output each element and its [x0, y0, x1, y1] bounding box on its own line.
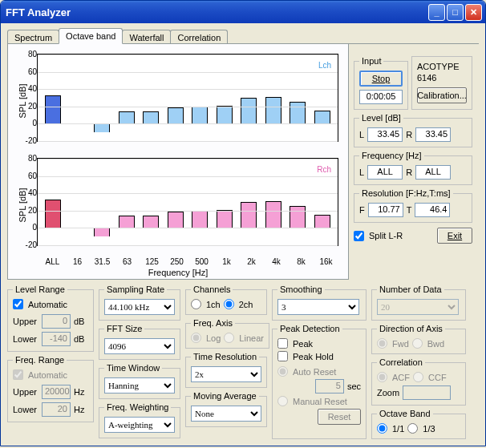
- tab-octave-band[interactable]: Octave band: [59, 28, 123, 44]
- bar: [290, 102, 306, 123]
- log-radio: Log: [191, 333, 221, 343]
- bar: [94, 228, 110, 236]
- minimize-button[interactable]: _: [428, 4, 445, 21]
- acf-radio: ACF: [377, 372, 410, 382]
- peakhold-checkbox[interactable]: Peak Hold: [277, 351, 361, 361]
- bar: [192, 107, 208, 124]
- bar: [143, 111, 159, 123]
- numdata-select: 20: [377, 299, 459, 315]
- bar: [119, 216, 135, 228]
- bar: [314, 111, 330, 123]
- chart-panel: SPL [dB] -20020406080 Lch SPL [dB] -2002…: [7, 43, 349, 280]
- fft-select[interactable]: 4096: [104, 338, 175, 354]
- mavg-select[interactable]: None: [191, 406, 261, 422]
- weighting-select[interactable]: A-weighting: [104, 417, 175, 433]
- linear-radio: Linear: [224, 333, 264, 343]
- bar: [94, 123, 110, 132]
- tab-bar: Spectrum Octave band Waterfall Correlati…: [7, 28, 479, 44]
- bar: [314, 215, 330, 228]
- bar: [241, 202, 257, 228]
- level-r: 33.45: [415, 127, 451, 142]
- tab-spectrum[interactable]: Spectrum: [7, 30, 59, 44]
- freq-l: ALL: [367, 165, 403, 180]
- bar: [265, 201, 281, 228]
- res-t: 46.4: [415, 203, 450, 217]
- bar: [168, 212, 184, 228]
- chart-plot-r: Rch: [37, 158, 338, 246]
- chart-series-r: Rch: [317, 165, 331, 174]
- octave-1-3-radio[interactable]: 1/3: [407, 423, 435, 434]
- window-select[interactable]: Hanning: [104, 377, 175, 394]
- freq-lower: 20: [42, 402, 71, 417]
- xaxis-label: Frequency [Hz]: [11, 268, 345, 277]
- bar: [290, 206, 306, 228]
- bar: [168, 107, 184, 124]
- chart-series-l: Lch: [318, 61, 331, 70]
- bar: [217, 210, 233, 228]
- timeres-select[interactable]: 2x: [191, 366, 261, 382]
- freq-upper: 20000: [42, 385, 71, 399]
- bar: [217, 106, 233, 124]
- fwd-radio: Fwd: [377, 338, 409, 349]
- elapsed-time: 0:00:05: [359, 90, 403, 104]
- bar: [45, 95, 61, 124]
- stop-button[interactable]: Stop: [359, 71, 403, 87]
- bar: [241, 98, 257, 123]
- ch1-radio[interactable]: 1ch: [191, 299, 221, 309]
- tab-correlation[interactable]: Correlation: [170, 30, 228, 44]
- autoreset-sec: 5: [315, 379, 344, 394]
- bar: [119, 111, 135, 123]
- titlebar: FFT Analyzer _ □ ✕: [1, 1, 485, 23]
- bar: [45, 200, 61, 228]
- close-button[interactable]: ✕: [465, 4, 482, 21]
- bar: [265, 97, 281, 123]
- manualreset-radio: Manual Reset: [277, 396, 361, 406]
- chart-plot-l: Lch: [37, 54, 338, 142]
- octave-1-1-radio[interactable]: 1/1: [377, 423, 404, 434]
- window-title: FFT Analyzer: [6, 6, 71, 18]
- freq-auto-checkbox: Automatic: [13, 369, 88, 380]
- peak-checkbox[interactable]: Peak: [277, 338, 361, 349]
- ccf-radio: CCF: [413, 372, 447, 382]
- split-lr-checkbox[interactable]: Split L-R: [354, 231, 403, 241]
- tab-waterfall[interactable]: Waterfall: [122, 30, 171, 44]
- res-f: 10.77: [368, 203, 403, 217]
- smoothing-select[interactable]: 3: [277, 299, 359, 315]
- level-auto-checkbox[interactable]: Automatic: [13, 299, 88, 309]
- level-lower: -140: [42, 332, 71, 346]
- xaxis-ticks: ALL1631.5631252505001k2k4k8k16k: [40, 257, 338, 266]
- bar: [192, 211, 208, 228]
- bar: [143, 216, 159, 228]
- level-upper: 0: [42, 314, 71, 329]
- maximize-button[interactable]: □: [447, 4, 464, 21]
- zoom-field: [403, 385, 451, 400]
- level-l: 33.45: [367, 127, 403, 142]
- autoreset-radio: Auto Reset: [277, 366, 361, 377]
- ch2-radio[interactable]: 2ch: [224, 299, 253, 309]
- freq-r: ALL: [415, 165, 451, 180]
- device-model: 6146: [417, 73, 467, 83]
- exit-button[interactable]: Exit: [437, 228, 472, 244]
- calibration-button[interactable]: Calibration...: [417, 87, 467, 103]
- sampling-select[interactable]: 44.100 kHz: [104, 299, 175, 315]
- bwd-radio: Bwd: [412, 338, 444, 349]
- device-type: ACOTYPE: [417, 62, 467, 71]
- reset-button: Reset: [318, 409, 361, 425]
